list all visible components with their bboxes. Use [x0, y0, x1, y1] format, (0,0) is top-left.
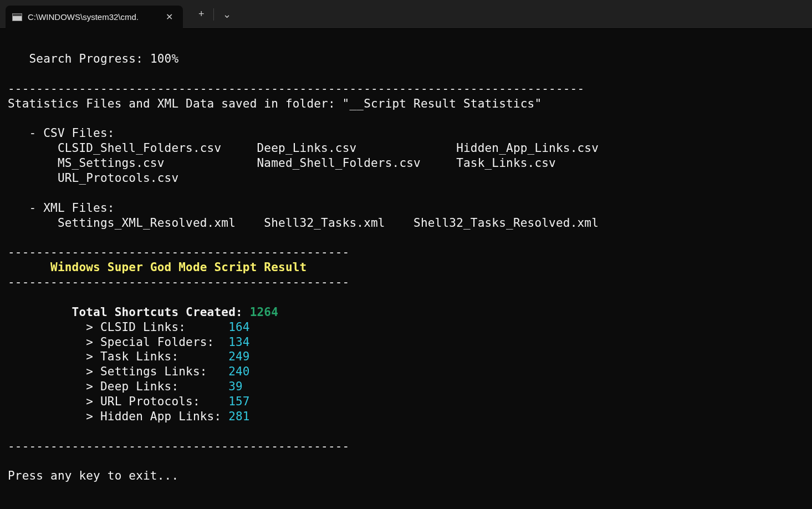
stat-row: > CLSID Links: 164: [8, 320, 250, 334]
csv-row: MS_Settings.csv Named_Shell_Folders.csv …: [8, 156, 556, 170]
search-progress: Search Progress: 100%: [8, 52, 178, 65]
stat-row: > Hidden App Links: 281: [8, 410, 250, 423]
close-icon[interactable]: ✕: [162, 11, 176, 23]
csv-row: URL_Protocols.csv: [8, 171, 178, 185]
tab-title: C:\WINDOWS\system32\cmd.: [28, 12, 139, 22]
new-tab-button[interactable]: +: [192, 5, 211, 23]
total-shortcuts: Total Shortcuts Created: 1264: [8, 306, 278, 319]
stat-row: > Deep Links: 39: [8, 380, 243, 393]
csv-row: CLSID_Shell_Folders.csv Deep_Links.csv H…: [8, 141, 599, 155]
cmd-icon: [12, 13, 22, 21]
stat-row: > URL Protocols: 157: [8, 395, 250, 408]
xml-files-header: - XML Files:: [8, 201, 115, 215]
titlebar-actions: + ⌄: [192, 5, 238, 24]
stats-folder-line: Statistics Files and XML Data saved in f…: [8, 97, 542, 110]
divider: ----------------------------------------…: [8, 246, 349, 259]
exit-prompt: Press any key to exit...: [8, 469, 178, 482]
stat-row: > Settings Links: 240: [8, 365, 250, 378]
terminal-output[interactable]: Search Progress: 100% ------------------…: [0, 29, 812, 491]
divider: ----------------------------------------…: [8, 82, 584, 95]
titlebar: C:\WINDOWS\system32\cmd. ✕ + ⌄: [0, 0, 812, 29]
divider: ----------------------------------------…: [8, 276, 349, 289]
divider: ----------------------------------------…: [8, 440, 349, 453]
csv-files-header: - CSV Files:: [8, 126, 115, 140]
terminal-tab[interactable]: C:\WINDOWS\system32\cmd. ✕: [6, 6, 183, 29]
result-title: Windows Super God Mode Script Result: [8, 261, 307, 274]
chevron-down-icon[interactable]: ⌄: [216, 5, 238, 24]
xml-row: Settings_XML_Resolved.xml Shell32_Tasks.…: [8, 216, 599, 230]
stat-row: > Special Folders: 134: [8, 335, 250, 349]
stat-row: > Task Links: 249: [8, 350, 250, 363]
divider: [213, 8, 214, 21]
